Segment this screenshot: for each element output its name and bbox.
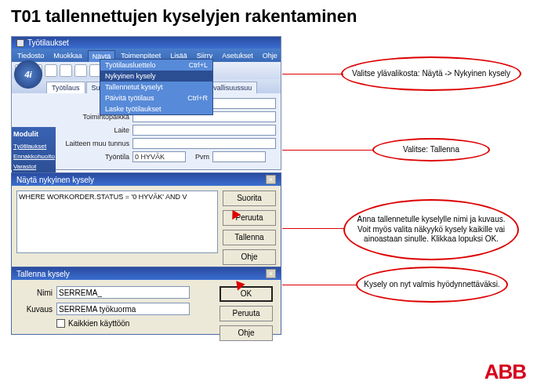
copyright: © ABB - 2 - 2009-10-07 bbox=[0, 322, 2, 387]
toolbar-button[interactable] bbox=[60, 64, 72, 77]
input-tyontila[interactable]: 0 HYVÄK bbox=[132, 151, 186, 162]
checkbox-label: Kaikkien käyttöön bbox=[68, 319, 129, 328]
button-ohje2[interactable]: Ohje bbox=[220, 325, 273, 341]
dropdown-item-paivita[interactable]: Päivitä työtilausCtrl+R bbox=[100, 93, 212, 103]
button-ohje[interactable]: Ohje bbox=[223, 249, 276, 265]
menu-dropdown[interactable]: TyötilausluetteloCtrl+L Nykyinen kysely … bbox=[100, 59, 213, 115]
dropdown-item-tallennetut[interactable]: Tallennetut kyselyt bbox=[100, 82, 212, 93]
toolbar-button[interactable] bbox=[45, 64, 57, 77]
label-kuvaus: Kuvaus bbox=[18, 305, 53, 314]
button-tallenna[interactable]: Tallenna bbox=[223, 230, 276, 245]
abb-logo: ABB bbox=[484, 360, 526, 384]
label-laite: Laite bbox=[59, 126, 129, 134]
connector-line bbox=[282, 150, 373, 151]
app-title: Työtilaukset bbox=[27, 38, 69, 47]
dropdown-item-laske[interactable]: Laske työtilaukset bbox=[100, 103, 212, 114]
dialog-query: Näytä nykyinen kysely × WHERE WORKORDER.… bbox=[11, 172, 281, 270]
sidebar-link-tyotilaukset[interactable]: Työtilaukset bbox=[13, 143, 54, 150]
dialog-save-titlebar: Tallenna kysely × bbox=[12, 267, 281, 280]
sidebar-link-varastot[interactable]: Varastot bbox=[13, 163, 54, 170]
callout-4: Kysely on nyt valmis hyödynnettäväksi. bbox=[356, 267, 508, 303]
connector-line bbox=[282, 285, 357, 285]
callout-1: Valitse ylävalikosta: Näytä -> Nykyinen … bbox=[341, 56, 521, 91]
callout-2: Valitse: Tallenna bbox=[372, 138, 490, 162]
app-titlebar: Työtilaukset bbox=[12, 37, 281, 49]
tab-tyotilaus[interactable]: Työtilaus bbox=[46, 82, 85, 93]
callout-3: Anna tallennetulle kyselylle nimi ja kuv… bbox=[343, 199, 519, 260]
button-ok[interactable]: OK bbox=[220, 286, 273, 302]
connector-line bbox=[282, 74, 343, 74]
app-window: Työtilaukset Tiedosto Muokkaa Näytä Toim… bbox=[11, 36, 281, 170]
menu-muokkaa[interactable]: Muokkaa bbox=[49, 50, 86, 62]
dropdown-item-luettelo[interactable]: TyötilausluetteloCtrl+L bbox=[100, 60, 212, 71]
close-icon[interactable]: × bbox=[266, 175, 276, 184]
input-nimi[interactable]: SERREMA_ bbox=[56, 286, 190, 299]
query-textarea[interactable]: WHERE WORKORDER.STATUS = '0 HYVÄK' AND V bbox=[16, 191, 218, 253]
sidebar-link-ennakkohuolto[interactable]: Ennakkohuolto bbox=[13, 153, 54, 160]
dialog-query-title: Näytä nykyinen kysely bbox=[16, 176, 94, 184]
input-kuvaus[interactable]: SERREMA työkuorma bbox=[56, 303, 190, 315]
menu-asetukset[interactable]: Asetukset bbox=[218, 50, 257, 62]
close-icon[interactable]: × bbox=[266, 269, 276, 278]
input-laite[interactable] bbox=[132, 125, 276, 136]
button-peruuta2[interactable]: Peruuta bbox=[220, 306, 273, 321]
connector-line bbox=[282, 228, 345, 229]
label-nimi: Nimi bbox=[18, 289, 53, 297]
menu-ohje[interactable]: Ohje bbox=[259, 50, 281, 62]
app-logo: 4i bbox=[14, 60, 42, 89]
label-muu: Laitteen muu tunnus bbox=[59, 140, 129, 147]
app-icon bbox=[16, 39, 24, 47]
page-title: T01 tallennettujen kyselyjen rakentamine… bbox=[0, 0, 537, 33]
input-muu[interactable] bbox=[132, 138, 276, 149]
dialog-save: Tallenna kysely × Nimi SERREMA_ Kuvaus S… bbox=[11, 267, 281, 335]
input-pvm[interactable] bbox=[212, 151, 266, 162]
toolbar-button[interactable] bbox=[74, 64, 87, 77]
dialog-save-title: Tallenna kysely bbox=[16, 270, 70, 278]
sidebar-header: Modulit bbox=[13, 130, 54, 138]
dialog-query-titlebar: Näytä nykyinen kysely × bbox=[12, 173, 281, 186]
sidebar-modules: Modulit Työtilaukset Ennakkohuolto Varas… bbox=[12, 127, 56, 176]
checkbox-icon[interactable] bbox=[56, 319, 65, 328]
dropdown-item-nykyinen[interactable]: Nykyinen kysely bbox=[100, 71, 212, 82]
label-pvm: Pvm bbox=[189, 153, 209, 161]
label-tyontila: Työntila bbox=[59, 153, 129, 161]
button-suorita[interactable]: Suorita bbox=[223, 191, 276, 206]
